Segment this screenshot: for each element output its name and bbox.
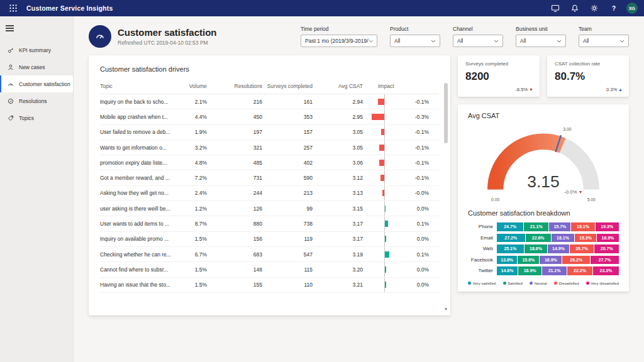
table-row[interactable]: Got a member reward, and ...7.2%7315903.… bbox=[100, 170, 439, 185]
product-dropdown[interactable]: All bbox=[390, 35, 440, 47]
impact-bar-area bbox=[369, 262, 399, 277]
table-scrollbar[interactable]: ▾ bbox=[443, 83, 448, 312]
impact-bar bbox=[381, 129, 384, 135]
avatar[interactable]: XG bbox=[626, 3, 638, 14]
table-row[interactable]: promotion expiry date liste...4.8%485402… bbox=[100, 155, 439, 170]
bar-segment[interactable]: 16.9% bbox=[597, 234, 619, 243]
impact-bar-area bbox=[369, 140, 399, 155]
team-dropdown[interactable]: All bbox=[579, 35, 629, 47]
sidebar-item-resolutions[interactable]: Resolutions bbox=[0, 92, 73, 109]
bar-segment[interactable]: 22.2% bbox=[567, 266, 592, 275]
volume-cell: 1.5% bbox=[177, 266, 207, 273]
hamburger-menu-icon[interactable] bbox=[6, 21, 23, 35]
column-header-topic[interactable]: Topic bbox=[100, 83, 177, 89]
column-header-csat[interactable]: Avg CSAT bbox=[313, 83, 363, 89]
csat-cell: 3.13 bbox=[313, 190, 363, 196]
drivers-card: Customer satisfaction drivers Topic Volu… bbox=[89, 55, 450, 315]
bar-segment[interactable]: 15.3% bbox=[575, 234, 596, 243]
bar-segment[interactable]: 18.1% bbox=[552, 234, 574, 243]
bar-segment[interactable]: 27.7% bbox=[591, 256, 619, 265]
bar-segment[interactable]: 25.1% bbox=[497, 244, 524, 253]
time-period-dropdown[interactable]: Past 1 mo (2019/3/9-2019/... bbox=[301, 35, 377, 47]
impact-bar bbox=[372, 114, 384, 120]
bar-segment[interactable]: 19.1% bbox=[571, 222, 594, 231]
impact-value: -0.1% bbox=[415, 99, 439, 105]
legend-dot-icon bbox=[586, 282, 589, 285]
bar-segment[interactable]: 15.6% bbox=[518, 256, 539, 265]
refreshed-timestamp: Refreshed UTC 2019-04-10 02:53 PM bbox=[118, 40, 217, 46]
filter-label: Business unit bbox=[516, 26, 566, 32]
bar-segment[interactable]: 26.2% bbox=[562, 256, 590, 265]
legend-item[interactable]: Very dissatisfied bbox=[586, 281, 619, 285]
table-row[interactable]: Asking how they will get no...2.4%244213… bbox=[100, 186, 439, 201]
bar-segment[interactable]: 23.3% bbox=[593, 266, 619, 275]
bar-segment[interactable]: 24.7% bbox=[497, 222, 523, 231]
sidebar-item-kpi-summary[interactable]: KPI summary bbox=[0, 41, 73, 58]
table-row[interactable]: Checking whether he can re...6.7%6835473… bbox=[100, 247, 439, 262]
bar-segment[interactable]: 14.6% bbox=[497, 266, 518, 275]
scrollbar-thumb[interactable] bbox=[444, 83, 448, 143]
table-row[interactable]: Having an issue that the sto...1.5%15511… bbox=[100, 278, 439, 293]
table-row[interactable]: Inquiry on the back to scho...2.1%216161… bbox=[100, 94, 439, 109]
table-row[interactable]: Inquiry on available promo ...1.5%156119… bbox=[100, 232, 439, 247]
bar-segment[interactable]: 21.1% bbox=[542, 266, 567, 275]
impact-bar-area bbox=[369, 278, 399, 292]
notifications-bell-icon[interactable] bbox=[568, 1, 582, 15]
topic-cell: User wants to add items to ... bbox=[100, 221, 177, 227]
impact-bar bbox=[385, 266, 386, 273]
table-row[interactable]: User failed to remove a deb...1.9%197157… bbox=[100, 125, 439, 140]
column-header-surveys[interactable]: Surveys completed bbox=[262, 83, 313, 89]
sidebar-item-topics[interactable]: Topics bbox=[0, 109, 73, 126]
sidebar-item-customer-satisfaction[interactable]: Customer satisfaction bbox=[0, 75, 73, 92]
bar-segment[interactable]: 22.6% bbox=[526, 234, 551, 243]
surveys-cell: 119 bbox=[262, 236, 313, 242]
sidebar-item-new-cases[interactable]: New cases bbox=[0, 58, 73, 75]
channel-dropdown[interactable]: All bbox=[453, 35, 503, 47]
bar-segment[interactable]: 14.9% bbox=[548, 244, 569, 253]
impact-bar-area bbox=[369, 125, 399, 140]
business-unit-dropdown[interactable]: All bbox=[516, 35, 566, 47]
filter-label: Product bbox=[390, 26, 440, 32]
help-icon[interactable]: ? bbox=[607, 1, 621, 15]
impact-zero-line bbox=[384, 125, 385, 140]
bar-segment[interactable]: 19.3% bbox=[596, 222, 619, 231]
legend-item[interactable]: Very satisfied bbox=[468, 281, 496, 285]
bar-segment[interactable]: 18.6% bbox=[525, 244, 548, 253]
volume-cell: 1.5% bbox=[177, 236, 207, 242]
stacked-bar: 25.1%18.6%14.9%20.7%20.7% bbox=[497, 244, 619, 253]
bar-segment[interactable]: 13.8% bbox=[497, 256, 517, 265]
app-launcher-waffle-icon[interactable] bbox=[6, 1, 20, 15]
surveys-cell: 110 bbox=[262, 282, 313, 288]
volume-cell: 3.2% bbox=[177, 145, 207, 151]
bar-segment[interactable]: 27.2% bbox=[497, 234, 525, 243]
impact-bar bbox=[385, 236, 386, 242]
table-row[interactable]: Mobile app crashes when t...4.4%4503532.… bbox=[100, 109, 439, 124]
scroll-down-icon[interactable]: ▾ bbox=[443, 307, 448, 312]
page-header: Customer satisfaction Refreshed UTC 2019… bbox=[74, 16, 644, 55]
column-header-volume[interactable]: Volume bbox=[177, 83, 207, 89]
table-row[interactable]: Cannot find where to subsr...1.5%1481153… bbox=[100, 262, 439, 277]
bar-segment[interactable]: 20.7% bbox=[594, 244, 619, 253]
resolutions-cell: 216 bbox=[207, 99, 262, 105]
column-header-resolutions[interactable]: Resolutions bbox=[207, 83, 262, 89]
surveys-cell: 547 bbox=[262, 251, 313, 258]
table-row[interactable]: user asking is there weill be...1.2%1269… bbox=[100, 201, 439, 216]
impact-value: -0.1% bbox=[415, 145, 439, 151]
bar-segment[interactable]: 21.1% bbox=[524, 222, 548, 231]
table-row[interactable]: Wants to get information o...3.2%3212573… bbox=[100, 140, 439, 155]
bar-segment[interactable]: 20.7% bbox=[570, 244, 594, 253]
column-header-impact[interactable]: Impact bbox=[363, 83, 439, 89]
impact-bar-area bbox=[369, 232, 399, 246]
feedback-monitor-icon[interactable] bbox=[548, 1, 562, 15]
table-row[interactable]: User wants to add items to ...8.7%880738… bbox=[100, 216, 439, 231]
sidebar-item-label: New cases bbox=[19, 64, 45, 70]
legend-item[interactable]: Dissatisfied bbox=[554, 281, 579, 285]
impact-cell: 0.1% bbox=[363, 216, 439, 231]
impact-bar bbox=[385, 251, 389, 258]
bar-segment[interactable]: 18.9% bbox=[518, 266, 541, 275]
bar-segment[interactable]: 15.7% bbox=[549, 222, 570, 231]
legend-item[interactable]: Neutral bbox=[530, 281, 547, 285]
bar-segment[interactable]: 16.9% bbox=[540, 256, 562, 265]
settings-gear-icon[interactable] bbox=[587, 1, 601, 15]
legend-item[interactable]: Satisfied bbox=[503, 281, 523, 285]
